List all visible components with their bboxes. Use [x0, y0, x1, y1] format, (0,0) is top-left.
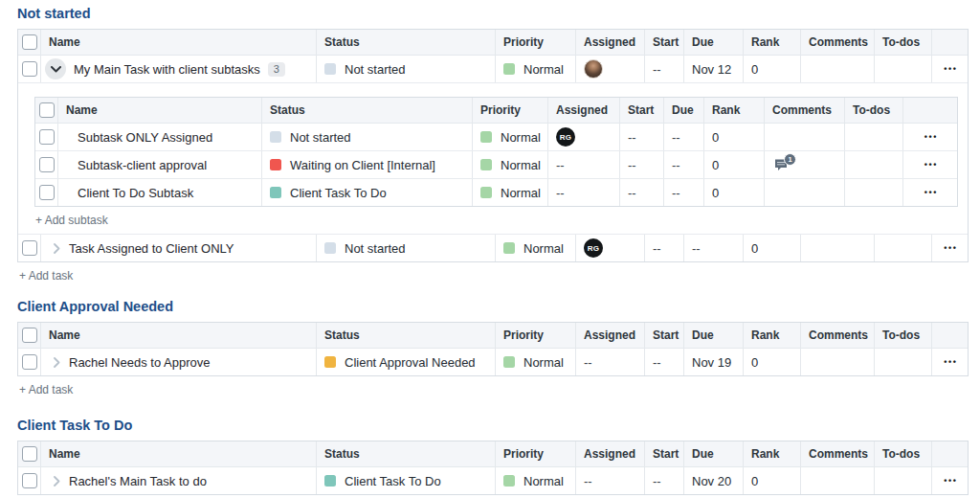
task-name[interactable]: My Main Task with client subtasks: [74, 62, 260, 77]
due-cell[interactable]: Nov 20: [684, 467, 744, 494]
start-cell[interactable]: --: [645, 235, 684, 261]
select-all-checkbox[interactable]: [22, 446, 37, 462]
row-actions-icon[interactable]: •••: [923, 161, 938, 170]
collapse-chevron-icon[interactable]: [45, 58, 66, 79]
task-name[interactable]: Task Assigned to Client ONLY: [69, 241, 234, 256]
rank-cell[interactable]: 0: [744, 56, 801, 82]
todos-cell[interactable]: [845, 124, 903, 150]
comments-cell[interactable]: 1: [765, 151, 845, 178]
due-cell[interactable]: --: [664, 151, 704, 178]
start-cell[interactable]: --: [620, 151, 664, 178]
comment-icon[interactable]: 1: [774, 158, 790, 171]
due-cell[interactable]: --: [684, 235, 744, 261]
status-cell[interactable]: Not started: [317, 235, 496, 261]
due-cell[interactable]: Nov 19: [684, 349, 744, 375]
assigned-cell[interactable]: RG: [576, 235, 645, 261]
add-subtask-link[interactable]: + Add subtask: [35, 214, 958, 228]
assigned-cell[interactable]: RG: [548, 124, 620, 150]
row-actions-icon[interactable]: •••: [942, 244, 957, 253]
task-name[interactable]: Subtask-client approval: [78, 158, 207, 172]
due-cell[interactable]: --: [664, 124, 704, 150]
column-header-rank: Rank: [744, 30, 801, 55]
expand-chevron-icon[interactable]: [54, 243, 60, 254]
priority-label: Normal: [523, 355, 564, 370]
add-task-link[interactable]: + Add task: [19, 269, 969, 283]
assigned-cell[interactable]: --: [548, 151, 620, 178]
column-header-comments: Comments: [801, 30, 875, 55]
priority-cell[interactable]: Normal: [496, 349, 576, 375]
rank-cell[interactable]: 0: [704, 151, 765, 178]
todos-cell[interactable]: [875, 235, 932, 261]
row-actions-icon[interactable]: •••: [923, 133, 938, 142]
todos-cell[interactable]: [845, 179, 903, 206]
row-checkbox[interactable]: [39, 129, 55, 145]
priority-label: Normal: [523, 62, 564, 77]
comments-cell[interactable]: [801, 349, 875, 375]
rank-cell[interactable]: 0: [744, 349, 801, 375]
comments-cell[interactable]: [801, 235, 875, 261]
start-cell[interactable]: --: [645, 56, 684, 82]
expand-chevron-icon[interactable]: [54, 357, 60, 368]
subtask-row: Subtask-client approval Waiting on Clien…: [35, 150, 957, 178]
expand-chevron-icon[interactable]: [54, 476, 60, 487]
todos-cell[interactable]: [845, 151, 903, 178]
comments-cell[interactable]: [801, 56, 875, 82]
priority-cell[interactable]: Normal: [473, 151, 548, 178]
status-cell[interactable]: Not started: [317, 56, 496, 82]
row-actions-icon[interactable]: •••: [942, 477, 957, 486]
comments-cell[interactable]: [765, 124, 845, 150]
task-name[interactable]: Client To Do Subtask: [78, 186, 193, 200]
status-cell[interactable]: Client Task To Do: [262, 179, 473, 206]
start-cell[interactable]: --: [620, 124, 664, 150]
priority-cell[interactable]: Normal: [473, 179, 548, 206]
add-task-link[interactable]: + Add task: [19, 383, 969, 397]
task-name[interactable]: Subtask ONLY Assigned: [78, 130, 212, 145]
select-all-subtasks-checkbox[interactable]: [39, 102, 55, 118]
rank-cell[interactable]: 0: [704, 179, 765, 206]
task-name[interactable]: Rachel's Main Task to do: [69, 474, 207, 488]
row-actions-icon[interactable]: •••: [923, 189, 938, 197]
priority-cell[interactable]: Normal: [496, 467, 576, 494]
row-actions-icon[interactable]: •••: [942, 65, 957, 74]
row-checkbox[interactable]: [39, 157, 55, 172]
assigned-cell[interactable]: --: [576, 349, 645, 375]
rank-cell[interactable]: 0: [744, 467, 801, 494]
due-cell[interactable]: --: [664, 179, 704, 206]
column-header-comments: Comments: [765, 98, 845, 123]
select-all-checkbox[interactable]: [22, 34, 37, 50]
row-checkbox[interactable]: [22, 240, 37, 256]
priority-color-square: [480, 187, 492, 198]
due-cell[interactable]: Nov 12: [684, 56, 744, 82]
todos-cell[interactable]: [875, 349, 932, 375]
table-header-row: Name Status Priority Assigned Start Due …: [18, 30, 968, 56]
select-all-checkbox[interactable]: [22, 328, 37, 343]
row-actions-icon[interactable]: •••: [942, 358, 957, 367]
rank-cell[interactable]: 0: [744, 235, 801, 261]
row-checkbox[interactable]: [39, 185, 55, 200]
priority-cell[interactable]: Normal: [473, 124, 548, 150]
comments-cell[interactable]: [765, 179, 845, 206]
comment-count-badge: 1: [784, 153, 796, 166]
start-cell[interactable]: --: [645, 467, 684, 494]
priority-cell[interactable]: Normal: [496, 56, 576, 82]
rank-cell[interactable]: 0: [704, 124, 765, 150]
priority-cell[interactable]: Normal: [496, 235, 576, 261]
assigned-cell[interactable]: --: [548, 179, 620, 206]
todos-cell[interactable]: [875, 467, 932, 494]
row-checkbox[interactable]: [22, 473, 37, 488]
start-cell[interactable]: --: [645, 349, 684, 375]
assigned-cell[interactable]: [576, 56, 645, 82]
row-checkbox[interactable]: [22, 61, 37, 77]
comments-cell[interactable]: [801, 467, 875, 494]
start-cell[interactable]: --: [620, 179, 664, 206]
column-header-priority: Priority: [496, 323, 576, 348]
assigned-cell[interactable]: --: [576, 467, 645, 494]
task-name[interactable]: Rachel Needs to Approve: [69, 355, 210, 370]
row-checkbox[interactable]: [22, 354, 37, 370]
status-cell[interactable]: Client Task To Do: [317, 467, 496, 494]
status-cell[interactable]: Waiting on Client [Internal]: [262, 151, 473, 178]
column-header-rank: Rank: [704, 98, 765, 123]
status-cell[interactable]: Client Approval Needed: [317, 349, 496, 375]
todos-cell[interactable]: [875, 56, 932, 82]
status-cell[interactable]: Not started: [262, 124, 473, 150]
